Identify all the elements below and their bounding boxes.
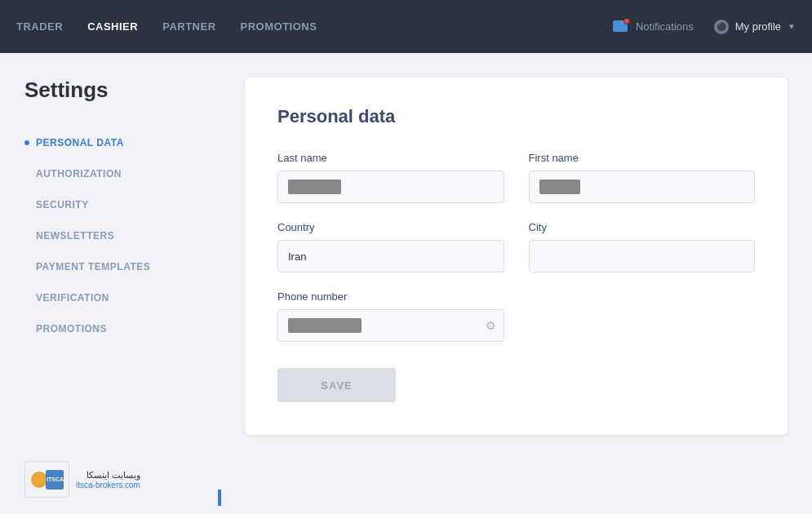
main-content: Personal data Last name First name (220, 53, 812, 514)
sidebar-item-newsletters[interactable]: NEWSLETTERS (24, 220, 204, 251)
notification-dot (623, 18, 630, 24)
country-label: Country (277, 221, 504, 233)
chevron-down-icon: ▼ (788, 22, 796, 31)
sidebar-item-label: NEWSLETTERS (36, 230, 114, 241)
panel-title: Personal data (277, 106, 755, 127)
sidebar-item-security[interactable]: SECURITY (24, 189, 204, 220)
last-name-masked (288, 179, 341, 194)
notifications-label: Notifications (636, 20, 694, 33)
nav-right: Notifications ⚫ My profile ▼ (613, 20, 796, 34)
sidebar-item-promotions[interactable]: PROMOTIONS (24, 313, 204, 344)
gear-icon[interactable]: ⚙ (486, 319, 496, 332)
phone-input-wrapper: ⚙ (277, 309, 504, 342)
first-name-group: First name (529, 152, 756, 203)
country-input[interactable] (277, 240, 504, 273)
location-row: Country City (277, 221, 755, 273)
nav-left: TRADER CASHIER PARTNER PROMOTIONS (16, 20, 317, 33)
city-group: City (529, 221, 756, 273)
first-name-label: First name (529, 152, 756, 164)
active-indicator (24, 140, 29, 145)
last-name-label: Last name (277, 152, 504, 164)
phone-row: Phone number ⚙ (277, 290, 755, 342)
notification-icon (613, 20, 629, 33)
page-container: Settings PERSONAL DATA AUTHORIZATION SEC… (0, 53, 812, 514)
sidebar-item-label: PROMOTIONS (36, 323, 107, 335)
nav-cashier[interactable]: CASHIER (87, 20, 138, 33)
sidebar: Settings PERSONAL DATA AUTHORIZATION SEC… (0, 53, 220, 514)
settings-panel: Personal data Last name First name (245, 78, 788, 435)
logo-image: ITSCA (24, 461, 69, 498)
last-name-input[interactable] (277, 171, 504, 203)
phone-masked (288, 318, 362, 333)
first-name-input[interactable] (529, 171, 756, 203)
save-button[interactable]: SAVE (277, 368, 396, 402)
notifications-button[interactable]: Notifications (613, 20, 694, 33)
name-row: Last name First name (277, 152, 755, 203)
nav-trader[interactable]: TRADER (16, 20, 63, 33)
svg-text:ITSCA: ITSCA (47, 476, 64, 482)
profile-button[interactable]: ⚫ My profile ▼ (714, 20, 796, 34)
sidebar-item-authorization[interactable]: AUTHORIZATION (24, 158, 204, 189)
logo-english-text: itsca-brokers.com (76, 481, 140, 490)
city-input[interactable] (529, 240, 756, 273)
sidebar-logo: ITSCA وبسایت ایتسکا itsca-brokers.com (24, 461, 204, 498)
last-name-group: Last name (277, 152, 504, 203)
nav-promotions[interactable]: PROMOTIONS (241, 20, 317, 33)
phone-group: Phone number ⚙ (277, 290, 504, 342)
logo-text: وبسایت ایتسکا itsca-brokers.com (76, 470, 140, 490)
phone-input[interactable] (277, 309, 504, 342)
sidebar-item-personal-data[interactable]: PERSONAL DATA (24, 127, 204, 158)
sidebar-menu: PERSONAL DATA AUTHORIZATION SECURITY NEW… (24, 127, 204, 344)
sidebar-item-payment-templates[interactable]: PAYMENT TEMPLATES (24, 251, 204, 282)
top-navigation: TRADER CASHIER PARTNER PROMOTIONS Notifi… (0, 0, 812, 53)
country-group: Country (277, 221, 504, 273)
first-name-masked (539, 179, 580, 194)
sidebar-item-verification[interactable]: VERIFICATION (24, 282, 204, 313)
city-label: City (529, 221, 756, 233)
phone-label: Phone number (277, 290, 504, 303)
page-title: Settings (24, 78, 204, 103)
profile-label: My profile (735, 20, 781, 33)
sidebar-item-label: PAYMENT TEMPLATES (36, 261, 150, 273)
sidebar-item-label: PERSONAL DATA (36, 137, 124, 148)
sidebar-item-label: VERIFICATION (36, 292, 109, 304)
logo-farsi-text: وبسایت ایتسکا (76, 470, 140, 481)
svg-point-0 (31, 472, 47, 488)
sidebar-item-label: SECURITY (36, 199, 89, 210)
nav-partner[interactable]: PARTNER (162, 20, 215, 33)
sidebar-item-label: AUTHORIZATION (36, 168, 122, 179)
profile-avatar-icon: ⚫ (714, 20, 729, 34)
